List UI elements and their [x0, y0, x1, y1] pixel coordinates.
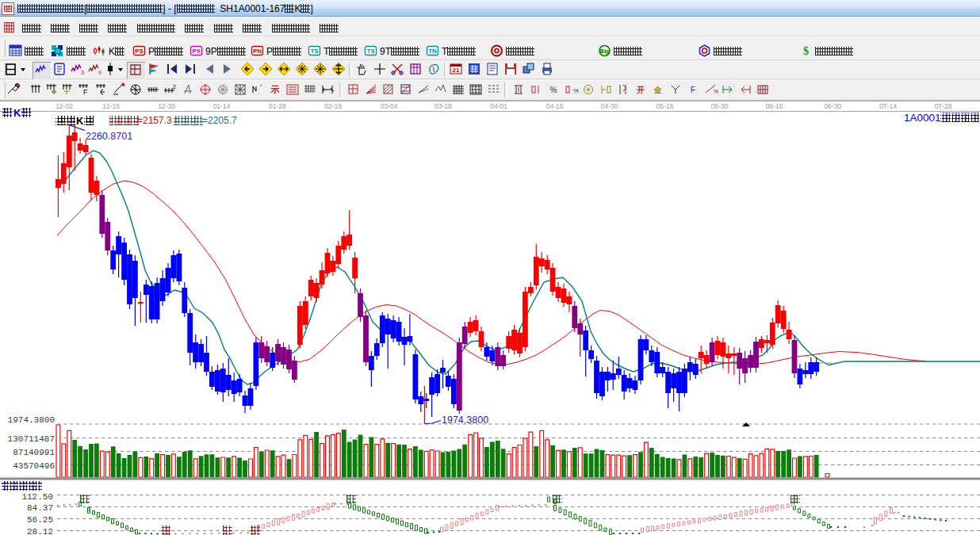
svg-text:06-30: 06-30 [824, 102, 841, 110]
svg-text:TN: TN [428, 48, 437, 55]
svg-text:=2157.3: =2157.3 [137, 115, 172, 126]
svg-text:开: 开 [636, 86, 645, 94]
svg-text:56.25: 56.25 [27, 515, 53, 525]
svg-text:T9: T9 [367, 48, 375, 55]
svg-text:2: 2 [173, 84, 176, 90]
svg-text:PN: PN [253, 48, 262, 55]
svg-text:03-18: 03-18 [434, 102, 452, 110]
svg-text:112.50: 112.50 [21, 492, 53, 502]
svg-text:03-04: 03-04 [381, 102, 398, 110]
svg-text:P9: P9 [193, 48, 201, 55]
svg-text:金: 金 [653, 86, 662, 94]
svg-text:05-16: 05-16 [657, 102, 674, 110]
svg-text:43570496: 43570496 [13, 461, 55, 471]
svg-text:12-02: 12-02 [56, 102, 73, 110]
svg-text:12-30: 12-30 [158, 102, 175, 110]
svg-text:130711487: 130711487 [8, 434, 55, 444]
svg-text:84.37: 84.37 [27, 503, 53, 513]
svg-text:K: K [13, 107, 21, 119]
svg-text:07-14: 07-14 [879, 102, 897, 110]
svg-text:05-30: 05-30 [711, 102, 729, 110]
svg-text:F: F [691, 86, 695, 94]
svg-text:9: 9 [98, 70, 101, 75]
svg-text:Big: Big [600, 48, 609, 55]
svg-text:示: 示 [270, 85, 280, 94]
svg-text:K: K [76, 115, 84, 127]
svg-text:12-16: 12-16 [102, 102, 120, 110]
svg-text:PS: PS [135, 48, 144, 55]
svg-text:01-28: 01-28 [269, 102, 286, 110]
svg-text:06-16: 06-16 [766, 102, 783, 110]
svg-text:%: % [573, 87, 579, 94]
svg-text:%: % [714, 89, 718, 94]
svg-text:$: $ [803, 45, 809, 57]
svg-text:=2205.7: =2205.7 [202, 115, 237, 126]
svg-text:❖: ❖ [51, 88, 57, 96]
svg-text:3: 3 [81, 70, 84, 75]
svg-text:87140991: 87140991 [13, 448, 55, 457]
svg-text:1A0001: 1A0001 [904, 112, 941, 124]
svg-text:F: F [83, 88, 88, 96]
svg-text:%: % [550, 86, 557, 94]
svg-text:TS: TS [310, 48, 319, 55]
svg-text:1974.3800: 1974.3800 [442, 415, 488, 426]
svg-text:": " [260, 84, 262, 90]
svg-text:07-28: 07-28 [935, 102, 952, 110]
svg-text:04-30: 04-30 [601, 102, 618, 110]
svg-text:1974.3800: 1974.3800 [8, 415, 55, 425]
svg-text:2260.8701: 2260.8701 [86, 131, 132, 142]
svg-text:28.12: 28.12 [27, 527, 53, 535]
svg-text:04-16: 04-16 [546, 102, 564, 110]
svg-text:21: 21 [453, 67, 460, 74]
svg-text:02-18: 02-18 [324, 102, 342, 110]
svg-text:01-14: 01-14 [213, 102, 231, 110]
svg-text:04-01: 04-01 [490, 102, 507, 110]
